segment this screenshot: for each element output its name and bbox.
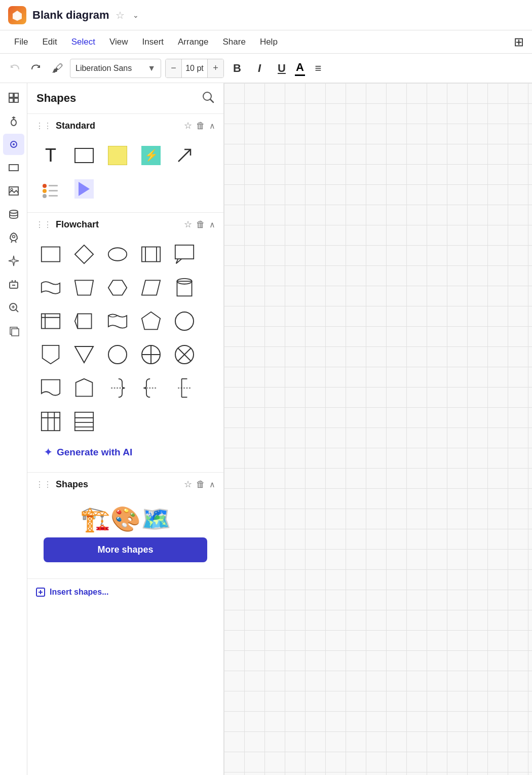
shape-sticky-note[interactable] — [102, 140, 133, 171]
sidebar-item-image[interactable] — [3, 180, 24, 202]
fc-tape[interactable] — [35, 273, 66, 303]
fc-internal-storage[interactable] — [35, 306, 66, 336]
menu-edit[interactable]: Edit — [36, 34, 63, 50]
fc-xcircle[interactable] — [169, 339, 200, 370]
paint-format-button[interactable]: 🖌 — [49, 60, 66, 77]
fc-triangle-down[interactable] — [69, 339, 99, 370]
shape-play-button[interactable] — [69, 174, 99, 204]
standard-delete-icon[interactable]: 🗑 — [196, 121, 205, 131]
fc-trapezoid[interactable] — [69, 273, 99, 303]
menu-insert[interactable]: Insert — [136, 34, 170, 50]
fc-brace-right[interactable] — [102, 373, 133, 403]
generate-ai-button[interactable]: ✦ Generate with AI — [35, 439, 215, 466]
menu-share[interactable]: Share — [217, 34, 252, 50]
shapes-search-button[interactable] — [201, 90, 214, 106]
sidebar-item-data[interactable] — [3, 204, 24, 225]
svg-point-12 — [10, 210, 18, 213]
svg-marker-33 — [75, 280, 93, 295]
fc-cylinder[interactable] — [169, 273, 200, 303]
shapes-panel-title: Shapes — [36, 92, 76, 105]
svg-point-13 — [12, 236, 15, 238]
fc-wave-shape[interactable] — [102, 306, 133, 336]
flowchart-drag-handle[interactable]: ⋮⋮ — [35, 220, 52, 229]
redo-button[interactable] — [27, 60, 45, 77]
generate-ai-label: Generate with AI — [57, 447, 132, 458]
flowchart-delete-icon[interactable]: 🗑 — [196, 219, 205, 230]
shapes-panel: Shapes ⋮⋮ Standard ☆ 🗑 ∧ T — [27, 83, 224, 775]
font-size-decrease-button[interactable]: − — [166, 59, 182, 78]
standard-favorite-icon[interactable]: ☆ — [184, 120, 192, 131]
shapes2-collapse-icon[interactable]: ∧ — [209, 480, 215, 489]
standard-collapse-icon[interactable]: ∧ — [209, 121, 215, 131]
sidebar-item-plugin[interactable] — [3, 274, 24, 295]
undo-button[interactable] — [6, 60, 23, 77]
sidebar-item-rocket[interactable] — [3, 227, 24, 248]
more-shapes-area: 🏗️🎨🗺️ More shapes — [35, 497, 215, 570]
sidebar-item-shapes[interactable] — [3, 134, 24, 155]
app-logo[interactable] — [8, 6, 26, 24]
menu-file[interactable]: File — [8, 34, 34, 50]
shape-list[interactable] — [35, 174, 66, 204]
toolbar: 🖌 Liberation Sans ▼ − + B I U A ≡ — [0, 54, 532, 83]
shape-lightning[interactable]: ⚡ — [136, 140, 166, 171]
fc-doc-shape[interactable] — [35, 373, 66, 403]
shape-arrow[interactable] — [169, 140, 200, 171]
shapes-section-2-header: ⋮⋮ Shapes ☆ 🗑 ∧ — [35, 479, 215, 490]
flowchart-favorite-icon[interactable]: ☆ — [184, 219, 192, 230]
fc-hexagon[interactable] — [102, 273, 133, 303]
rect-outline-shape — [74, 148, 94, 163]
fc-display[interactable] — [69, 306, 99, 336]
favorite-star-icon[interactable]: ☆ — [116, 9, 125, 21]
fc-callout[interactable] — [169, 239, 200, 269]
fc-ellipse[interactable] — [102, 239, 133, 269]
shapes-sticker-emoji: 🏗️🎨🗺️ — [80, 505, 171, 533]
fc-crosscircle[interactable] — [136, 339, 166, 370]
fc-offpage[interactable] — [35, 339, 66, 370]
font-size-input[interactable] — [182, 64, 207, 73]
svg-rect-64 — [75, 412, 93, 431]
fc-rectangle[interactable] — [35, 239, 66, 269]
text-align-button[interactable]: ≡ — [309, 59, 327, 78]
app-grid-icon[interactable]: ⊞ — [514, 35, 524, 49]
sidebar-item-sparkle[interactable] — [3, 250, 24, 272]
svg-rect-23 — [49, 190, 58, 191]
fc-brace-left[interactable] — [136, 373, 166, 403]
shapes2-drag-handle[interactable]: ⋮⋮ — [35, 480, 52, 489]
more-shapes-button[interactable]: More shapes — [44, 537, 207, 562]
shape-rectangle[interactable] — [69, 140, 99, 171]
bold-button[interactable]: B — [228, 59, 246, 78]
title-chevron-icon[interactable]: ⌄ — [133, 11, 139, 19]
fc-parallelogram[interactable] — [136, 273, 166, 303]
fc-diamond[interactable] — [69, 239, 99, 269]
fc-pentadoc[interactable] — [69, 373, 99, 403]
fc-process[interactable] — [136, 239, 166, 269]
menu-arrange[interactable]: Arrange — [172, 34, 214, 50]
sidebar-item-ink[interactable] — [3, 110, 24, 132]
font-color-button[interactable]: A — [295, 61, 305, 76]
menu-view[interactable]: View — [103, 34, 134, 50]
sidebar-item-search-data[interactable] — [3, 297, 24, 318]
standard-drag-handle[interactable]: ⋮⋮ — [35, 121, 52, 131]
insert-hint-area[interactable]: Insert shapes... — [27, 579, 223, 605]
flowchart-collapse-icon[interactable]: ∧ — [209, 220, 215, 229]
fc-circle2[interactable] — [102, 339, 133, 370]
font-size-increase-button[interactable]: + — [207, 59, 223, 78]
sidebar-item-grid[interactable] — [3, 87, 24, 108]
shapes2-favorite-icon[interactable]: ☆ — [184, 479, 192, 490]
fc-pentagon[interactable] — [136, 306, 166, 336]
svg-line-19 — [178, 149, 191, 162]
sidebar-item-rect[interactable] — [3, 157, 24, 178]
shapes2-delete-icon[interactable]: 🗑 — [196, 479, 205, 490]
menu-select[interactable]: Select — [65, 34, 101, 50]
italic-button[interactable]: I — [250, 59, 269, 78]
fc-col-table[interactable] — [35, 406, 66, 437]
fc-row-table[interactable] — [69, 406, 99, 437]
font-family-selector[interactable]: Liberation Sans ▼ — [70, 59, 161, 78]
underline-button[interactable]: U — [273, 59, 291, 78]
fc-bracket[interactable] — [169, 373, 200, 403]
canvas-area[interactable] — [224, 83, 532, 775]
shape-text[interactable]: T — [35, 140, 66, 171]
sidebar-item-layers[interactable] — [3, 320, 24, 341]
menu-help[interactable]: Help — [254, 34, 284, 50]
fc-circle-shape[interactable] — [169, 306, 200, 336]
